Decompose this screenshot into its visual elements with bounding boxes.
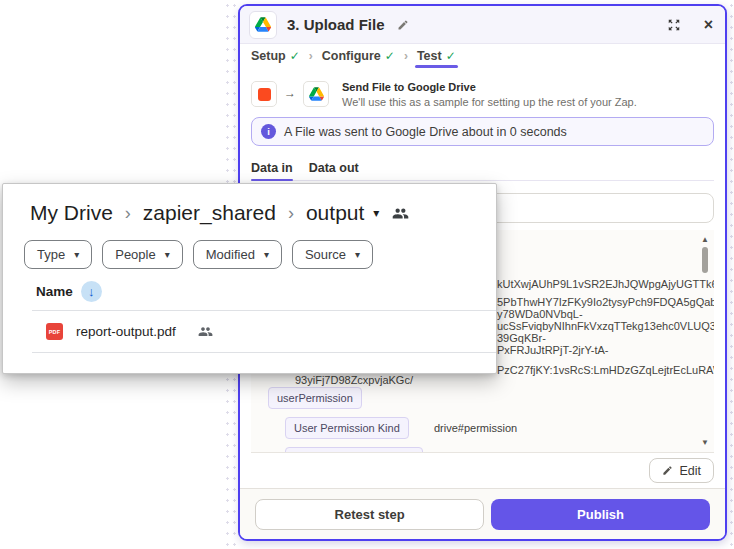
check-icon: ✓ xyxy=(446,49,456,63)
filter-source[interactable]: Source ▾ xyxy=(292,240,373,269)
panel-header: 3. Upload File × xyxy=(240,6,725,44)
filter-people[interactable]: People ▾ xyxy=(102,240,183,269)
scrollbar-thumb[interactable] xyxy=(702,247,708,273)
scroll-down-icon[interactable]: ▼ xyxy=(701,438,709,447)
tab-data-out[interactable]: Data out xyxy=(309,161,359,175)
shared-people-icon xyxy=(198,324,213,339)
chevron-down-icon: ▾ xyxy=(264,249,269,260)
data-line: 39GqKBr- xyxy=(497,332,546,344)
panel-footer: Retest step Publish xyxy=(240,488,725,539)
check-icon: ✓ xyxy=(385,49,395,63)
close-icon[interactable]: × xyxy=(704,17,713,33)
chevron-right-icon: › xyxy=(309,49,313,66)
field-pill-partial xyxy=(285,447,423,452)
canvas-dots xyxy=(728,0,734,549)
data-tabs: Data in Data out xyxy=(251,161,714,181)
data-line: 5PbThwHY7IzFKy9Io2tysyPch9FDQA5gQabqj_9 xyxy=(497,296,714,308)
sample-subtitle: We'll use this as a sample for setting u… xyxy=(342,96,637,108)
breadcrumb: My Drive › zapier_shared › output ▾ xyxy=(30,198,409,228)
success-banner-text: A File was sent to Google Drive about in… xyxy=(284,125,567,139)
step-tabs: Setup ✓ › Configure ✓ › Test ✓ xyxy=(240,44,725,71)
edit-button-label: Edit xyxy=(679,464,701,478)
sample-text: Send File to Google Drive We'll use this… xyxy=(342,81,637,108)
chevron-right-icon: › xyxy=(125,203,131,224)
orange-app-icon xyxy=(258,88,271,101)
filter-source-label: Source xyxy=(305,247,346,262)
chevron-down-icon[interactable]: ▾ xyxy=(373,206,379,220)
publish-button[interactable]: Publish xyxy=(491,499,710,530)
column-header-row: Name ↓ xyxy=(36,281,102,302)
retest-step-button[interactable]: Retest step xyxy=(255,499,484,530)
file-name: report-output.pdf xyxy=(76,324,176,339)
rename-step-icon[interactable] xyxy=(397,19,409,31)
tab-data-in[interactable]: Data in xyxy=(251,161,293,175)
column-header-name[interactable]: Name xyxy=(36,284,73,299)
sample-title: Send File to Google Drive xyxy=(342,81,637,93)
google-drive-icon xyxy=(249,11,277,39)
pdf-icon: PDF xyxy=(46,323,63,340)
filter-modified-label: Modified xyxy=(206,247,255,262)
tab-configure[interactable]: Configure ✓ xyxy=(322,49,395,66)
expand-icon[interactable] xyxy=(667,18,681,32)
breadcrumb-output[interactable]: output xyxy=(306,201,364,225)
scrollbar[interactable]: ▲ ▼ xyxy=(699,230,711,452)
sample-summary: → Send File to Google Drive We'll use th… xyxy=(251,81,714,108)
edit-row: Edit xyxy=(251,452,714,488)
info-icon: i xyxy=(261,124,276,139)
chevron-down-icon: ▾ xyxy=(165,249,170,260)
edit-button[interactable]: Edit xyxy=(649,458,714,483)
field-value: drive#permission xyxy=(434,422,517,434)
tab-configure-label: Configure xyxy=(322,49,381,63)
filter-modified[interactable]: Modified ▾ xyxy=(193,240,282,269)
google-drive-icon xyxy=(303,81,329,107)
canvas: 3. Upload File × Setup ✓ › Configure ✓ ›… xyxy=(0,0,734,549)
data-line: kUtXwjAUhP9L1vSR2EJhJQWpgAjyUGTTk6ZpS xyxy=(497,278,714,290)
chevron-down-icon: ▾ xyxy=(74,249,79,260)
tab-test[interactable]: Test ✓ xyxy=(417,49,456,66)
data-line: PxFRJuJtRPjT-2jrY-tA- xyxy=(497,344,608,356)
shared-folder-icon xyxy=(392,205,409,222)
tab-test-label: Test xyxy=(417,49,442,63)
google-drive-window: My Drive › zapier_shared › output ▾ Type… xyxy=(2,183,497,374)
filter-type-label: Type xyxy=(37,247,65,262)
success-banner: i A File was sent to Google Drive about … xyxy=(251,117,714,146)
file-row[interactable]: PDF report-output.pdf xyxy=(3,311,496,352)
tab-setup-label: Setup xyxy=(251,49,286,63)
breadcrumb-zapier-shared[interactable]: zapier_shared xyxy=(143,201,276,225)
filter-people-label: People xyxy=(115,247,155,262)
chevron-right-icon: › xyxy=(404,49,408,66)
source-app-icon xyxy=(251,81,277,107)
scroll-up-icon[interactable]: ▲ xyxy=(701,235,709,244)
chevron-right-icon: › xyxy=(288,203,294,224)
data-line: PzC27fjKY:1vsRcS:LmHDzGZqLejtrEcLuRAWqGk xyxy=(497,364,714,376)
filter-chips: Type ▾ People ▾ Modified ▾ Source ▾ xyxy=(24,240,373,269)
step-title: 3. Upload File xyxy=(287,16,385,33)
arrow-right-icon: → xyxy=(284,86,296,100)
data-line: y78WDa0NVbqL- xyxy=(497,308,583,320)
field-pill-userpermission: userPermission xyxy=(268,387,362,409)
data-line: 93yiFj7D98ZcxpvjaKGc/ xyxy=(295,374,413,386)
breadcrumb-my-drive[interactable]: My Drive xyxy=(30,201,113,225)
divider xyxy=(32,352,496,353)
field-pill-user-permission-kind: User Permission Kind xyxy=(285,417,409,439)
sort-descending-icon[interactable]: ↓ xyxy=(81,281,102,302)
data-line: ucSsFviqbyNIhnFkVxzqTTekg13ehc0VLUQ3qxe xyxy=(497,320,714,332)
tab-setup[interactable]: Setup ✓ xyxy=(251,49,300,66)
check-icon: ✓ xyxy=(290,49,300,63)
filter-type[interactable]: Type ▾ xyxy=(24,240,92,269)
chevron-down-icon: ▾ xyxy=(355,249,360,260)
